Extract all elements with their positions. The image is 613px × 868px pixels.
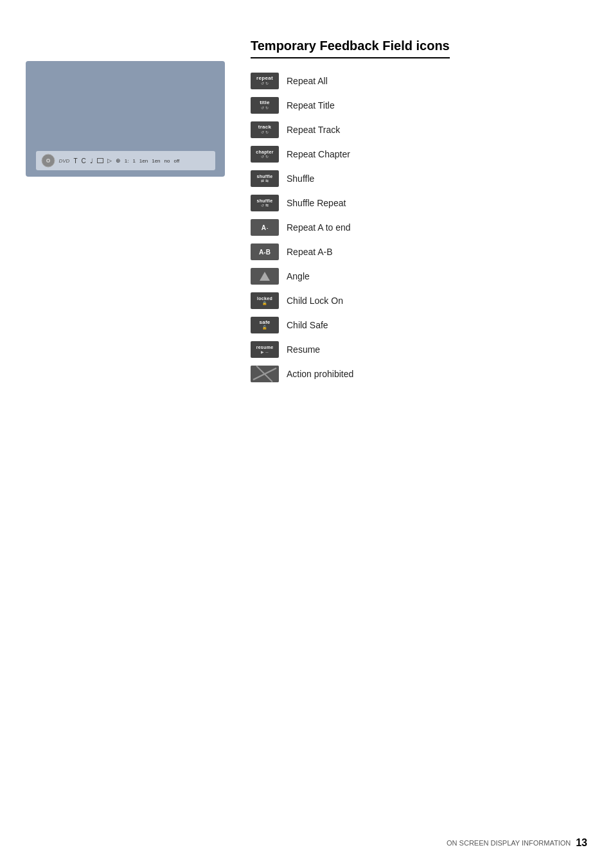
repeat-a-end-icon: A- <box>251 219 279 236</box>
repeat-chapter-icon: chapter ↺ ↻ <box>251 146 279 163</box>
status-c: C <box>82 157 86 164</box>
dvd-status-bar: DVD T C ♩ ▷ ⊕ 1: 1 1en 1en no off <box>36 151 215 170</box>
child-lock-label: Child Lock On <box>287 296 343 306</box>
repeat-title-label: Repeat Title <box>287 100 335 111</box>
prohibited-svg <box>251 366 279 382</box>
status-1: 1: <box>125 158 129 164</box>
angle-icon <box>251 268 279 285</box>
settings-icon: ⊕ <box>116 157 121 164</box>
status-1en: 1en <box>139 158 148 164</box>
list-item: shuffle ⇄ ⇆ Shuffle <box>251 170 591 187</box>
repeat-ab-icon: A-B <box>251 244 279 260</box>
list-item: A-B Repeat A-B <box>251 244 591 260</box>
shuffle-label: Shuffle <box>287 173 314 184</box>
repeat-title-icon: title ↺ ↻ <box>251 97 279 114</box>
repeat-chapter-label: Repeat Chapter <box>287 149 350 159</box>
status-off: off <box>173 158 179 164</box>
list-item: A- Repeat A to end <box>251 219 591 236</box>
repeat-track-icon: track ↺ ↻ <box>251 121 279 138</box>
action-prohibited-icon <box>251 366 279 382</box>
list-item: Action prohibited <box>251 366 591 382</box>
music-icon: ♩ <box>90 157 93 164</box>
right-content: Temporary Feedback Field icons repeat ↺ … <box>251 39 591 382</box>
repeat-all-label: Repeat All <box>287 76 328 86</box>
list-item: locked 🔒 Child Lock On <box>251 292 591 309</box>
dvd-display: DVD T C ♩ ▷ ⊕ 1: 1 1en 1en no off <box>26 61 225 177</box>
resume-icon: resume ▶ ─ <box>251 341 279 358</box>
status-num: 1 <box>132 158 135 164</box>
status-t: T <box>73 157 77 164</box>
shuffle-repeat-label: Shuffle Repeat <box>287 198 346 208</box>
status-1en2: 1en <box>152 158 160 164</box>
list-item: chapter ↺ ↻ Repeat Chapter <box>251 146 591 163</box>
list-item: shuffle ↺ ⇆ Shuffle Repeat <box>251 195 591 211</box>
section-title: Temporary Feedback Field icons <box>251 39 450 58</box>
repeat-a-end-label: Repeat A to end <box>287 222 351 233</box>
svg-point-2 <box>47 160 49 162</box>
page-number: 13 <box>576 837 587 849</box>
repeat-all-icon: repeat ↺ ↻ <box>251 73 279 89</box>
page-footer: ON SCREEN DISPLAY INFORMATION 13 <box>447 837 587 849</box>
square-icon <box>97 158 103 163</box>
repeat-ab-label: Repeat A-B <box>287 247 333 257</box>
list-item: repeat ↺ ↻ Repeat All <box>251 73 591 89</box>
shuffle-repeat-icon: shuffle ↺ ⇆ <box>251 195 279 211</box>
child-safe-icon: safe 🔓 <box>251 317 279 333</box>
list-item: Angle <box>251 268 591 285</box>
page-container: DVD T C ♩ ▷ ⊕ 1: 1 1en 1en no off Tempor… <box>0 0 613 868</box>
play-icon: ▷ <box>107 157 112 164</box>
shuffle-icon: shuffle ⇄ ⇆ <box>251 170 279 187</box>
list-item: safe 🔓 Child Safe <box>251 317 591 333</box>
repeat-track-label: Repeat Track <box>287 125 340 135</box>
footer-text: ON SCREEN DISPLAY INFORMATION <box>447 839 571 847</box>
dvd-label: DVD <box>59 158 70 164</box>
list-item: track ↺ ↻ Repeat Track <box>251 121 591 138</box>
list-item: resume ▶ ─ Resume <box>251 341 591 358</box>
action-prohibited-label: Action prohibited <box>287 369 353 379</box>
resume-label: Resume <box>287 344 320 355</box>
status-no: no <box>164 158 170 164</box>
dvd-disc-icon <box>41 154 55 168</box>
list-item: title ↺ ↻ Repeat Title <box>251 97 591 114</box>
child-lock-icon: locked 🔒 <box>251 292 279 309</box>
angle-label: Angle <box>287 271 310 281</box>
svg-rect-3 <box>251 366 279 382</box>
child-safe-label: Child Safe <box>287 320 328 330</box>
icon-list: repeat ↺ ↻ Repeat All title ↺ ↻ Repeat T… <box>251 73 591 382</box>
